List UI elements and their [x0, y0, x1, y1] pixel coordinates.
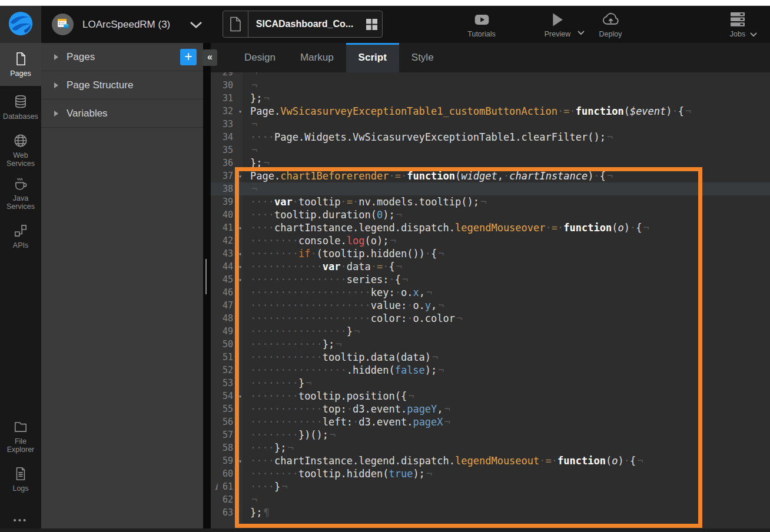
code-line[interactable]: 45▾················series:·{¬ [211, 273, 770, 286]
code-line[interactable]: 41▾····chartInstance.legend.dispatch.leg… [211, 221, 770, 234]
code-line[interactable]: 59▾····chartInstance.legend.dispatch.leg… [211, 454, 770, 467]
line-number: 42 [223, 235, 233, 246]
code-token: ········ [250, 248, 298, 260]
code-line[interactable]: 62¬ [211, 493, 770, 506]
project-avatar[interactable] [52, 14, 74, 35]
code-line[interactable]: 43▾········if·(tooltip.hidden())·{¬ [211, 247, 770, 260]
code-editor[interactable]: 29¬30¬31};¬32▾Page.VwSicasurveyException… [211, 72, 770, 532]
code-line[interactable]: 40····tooltip.duration(0);¬ [211, 208, 770, 221]
code-line[interactable]: 57········})();¬ [211, 428, 770, 441]
code-line[interactable]: 60········tooltip.hidden(true);¬ [211, 467, 770, 480]
more-options-button[interactable]: ••• [0, 515, 41, 525]
code-line[interactable]: 49················}¬ [211, 325, 770, 338]
code-token: nv.models.tooltip(); [359, 196, 479, 208]
code-token: chart1Beforerender [280, 170, 389, 182]
code-line[interactable]: 54▾········tooltip.position({¬ [211, 390, 770, 403]
preview-chevron-down-icon[interactable] [577, 27, 585, 38]
code-token: ¬ [280, 481, 287, 493]
tab-design[interactable]: Design [232, 43, 288, 72]
code-line[interactable]: 36};¬ [211, 157, 770, 169]
expand-arrow-icon[interactable] [54, 54, 58, 60]
collapse-panel-button[interactable]: « [203, 49, 217, 66]
current-page-name[interactable]: SICADashboard_Co... [248, 19, 361, 29]
fold-arrow-icon[interactable]: ▾ [238, 261, 242, 274]
tab-markup[interactable]: Markup [288, 43, 346, 72]
project-name[interactable]: LOArcSpeedRM (3) [82, 6, 170, 43]
page-switcher-grid-icon[interactable] [361, 19, 382, 30]
gutter-cell: i61 [211, 480, 243, 493]
sidebar-item-file-explorer[interactable]: File Explorer [0, 415, 41, 458]
code-token: ············ [250, 403, 323, 415]
code-line[interactable]: 34····Page.Widgets.VwSicasurveyException… [211, 131, 770, 144]
project-chevron-down-icon[interactable] [190, 21, 203, 31]
panel-section-variables[interactable]: Variables [41, 99, 203, 128]
gutter-cell: 53 [211, 377, 243, 390]
panel-section-page-structure[interactable]: Page Structure [41, 71, 203, 99]
code-line[interactable]: 51············tooltip.data(data)¬ [211, 351, 770, 364]
jobs-chevron-down-icon[interactable] [749, 29, 758, 39]
code-line[interactable]: 63};¶ [211, 506, 770, 519]
code-line[interactable]: 55············top:·d3.event.pageY,¬ [211, 403, 770, 415]
code-token: · [353, 196, 359, 208]
artifacts-button[interactable]: Art [758, 10, 770, 38]
fold-arrow-icon[interactable]: ▾ [238, 455, 242, 468]
sidebar-item-databases[interactable]: Databases [0, 86, 41, 129]
sidebar-item-apis[interactable]: APIs [0, 215, 41, 258]
sidebar-item-web-services[interactable]: Web Services [0, 129, 41, 172]
expand-arrow-icon[interactable] [54, 111, 58, 117]
panel-scrollbar[interactable] [205, 259, 207, 294]
fold-arrow-icon[interactable]: ▾ [238, 274, 242, 287]
code-line[interactable]: 53········}¬ [211, 377, 770, 390]
code-line[interactable]: 32▾Page.VwSicasurveyExceptionTable1_cust… [211, 105, 770, 118]
page-selector[interactable]: SICADashboard_Co... [223, 11, 383, 38]
code-line[interactable]: 46····················key:·o.x,¬ [211, 286, 770, 299]
code-line[interactable]: 33¬ [211, 118, 770, 131]
code-line[interactable]: 38¬ [211, 182, 770, 195]
code-line[interactable]: 30¬ [211, 79, 770, 92]
tab-style[interactable]: Style [399, 43, 446, 72]
code-line[interactable]: 37▾Page.chart1Beforerender·=·function(wi… [211, 169, 770, 182]
fold-arrow-icon[interactable]: ▾ [238, 105, 242, 118]
fold-arrow-icon[interactable]: ▾ [238, 390, 242, 403]
tab-script[interactable]: Script [346, 43, 399, 72]
preview-button[interactable]: Preview [533, 10, 582, 38]
app-logo[interactable] [0, 6, 41, 43]
code-line[interactable]: i61····}¬ [211, 480, 770, 493]
sidebar-item-logs[interactable]: Logs [0, 458, 41, 501]
tutorials-video-icon [474, 10, 490, 29]
code-line[interactable]: 47····················value:·o.y,¬ [211, 299, 770, 312]
sidebar-item-java-services[interactable]: Java Services [0, 172, 41, 215]
code-line[interactable]: 35¬ [211, 144, 770, 157]
tutorials-button[interactable]: Tutorials [457, 10, 506, 38]
code-token: function [563, 222, 612, 234]
code-token: color: [371, 312, 407, 324]
fold-arrow-icon[interactable]: ▾ [238, 222, 242, 235]
expand-arrow-icon[interactable] [54, 82, 58, 88]
code-line[interactable]: 29¬ [211, 72, 770, 79]
panel-section-pages[interactable]: Pages+ [41, 43, 203, 71]
code-line[interactable]: 39····var·tooltip·=·nv.models.tooltip();… [211, 195, 770, 208]
code-line[interactable]: 48····················color:·o.color¬ [211, 312, 770, 325]
code-line[interactable]: 52················.hidden(false);¬ [211, 364, 770, 377]
gutter-cell: 34 [211, 131, 243, 144]
code-line[interactable]: 44▾············var·data·=·{¬ [211, 260, 770, 273]
code-line[interactable]: 31};¬ [211, 92, 770, 105]
code-line[interactable]: 58····};¬ [211, 441, 770, 454]
add-page-button[interactable]: + [180, 49, 197, 65]
gutter-cell: 50 [211, 338, 243, 351]
code-text: ····}¬ [243, 480, 287, 493]
panel-section-label: Page Structure [67, 79, 133, 91]
fold-arrow-icon[interactable]: ▾ [238, 248, 242, 261]
fold-arrow-icon[interactable]: ▾ [238, 170, 242, 183]
code-token: Page. [250, 105, 280, 117]
code-line[interactable]: 50············};¬ [211, 338, 770, 351]
deploy-button[interactable]: Deploy [586, 10, 635, 38]
gutter-cell: 29 [211, 72, 243, 79]
sidebar-item-pages[interactable]: Pages [0, 43, 41, 86]
code-token: · [594, 170, 600, 182]
code-line[interactable]: 56············left:·d3.event.pageX¬ [211, 415, 770, 428]
code-token: } [347, 325, 353, 337]
code-text: ····Page.Widgets.VwSicasurveyExceptionTa… [243, 131, 613, 144]
code-line[interactable]: 42········console.log(o);¬ [211, 234, 770, 247]
code-text: ········})();¬ [243, 428, 336, 441]
